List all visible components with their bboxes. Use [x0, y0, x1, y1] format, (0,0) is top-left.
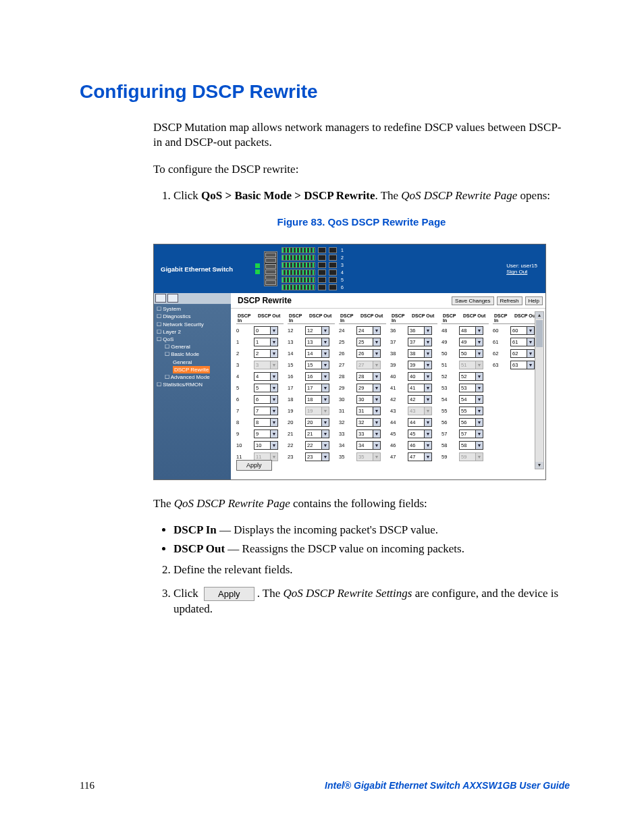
scroll-thumb[interactable] [536, 320, 543, 347]
dscp-out-select[interactable]: 34▼ [356, 441, 381, 450]
chevron-down-icon[interactable]: ▼ [527, 338, 534, 346]
refresh-button[interactable]: Refresh [497, 296, 522, 305]
chevron-down-icon[interactable]: ▼ [424, 384, 431, 392]
chevron-down-icon[interactable]: ▼ [475, 338, 483, 346]
chevron-down-icon[interactable]: ▼ [270, 396, 277, 403]
chevron-down-icon[interactable]: ▼ [424, 419, 431, 426]
dscp-out-select[interactable]: 55▼ [459, 407, 483, 415]
chevron-down-icon[interactable]: ▼ [321, 453, 329, 461]
dscp-out-select[interactable]: 28▼ [356, 372, 381, 381]
chevron-down-icon[interactable]: ▼ [424, 338, 431, 346]
help-button[interactable]: Help [525, 296, 543, 305]
chevron-down-icon[interactable]: ▼ [270, 338, 277, 346]
dscp-out-select[interactable]: 47▼ [408, 452, 432, 461]
dscp-out-select[interactable]: 17▼ [305, 384, 329, 392]
dscp-out-select[interactable]: 16▼ [305, 372, 329, 381]
chevron-down-icon[interactable]: ▼ [321, 419, 329, 426]
nav-diagnostics[interactable]: Diagnostics [157, 313, 228, 320]
nav-qos[interactable]: QoS [157, 336, 228, 343]
dscp-out-select[interactable]: 0▼ [254, 326, 278, 335]
chevron-down-icon[interactable]: ▼ [475, 373, 483, 380]
dscp-out-select[interactable]: 29▼ [356, 384, 381, 392]
dscp-out-select[interactable]: 61▼ [510, 338, 535, 346]
chevron-down-icon[interactable]: ▼ [270, 327, 277, 334]
chevron-down-icon[interactable]: ▼ [527, 350, 534, 357]
chevron-down-icon[interactable]: ▼ [475, 350, 483, 357]
chevron-down-icon[interactable]: ▼ [373, 350, 380, 357]
chevron-down-icon[interactable]: ▼ [373, 373, 380, 380]
chevron-down-icon[interactable]: ▼ [270, 430, 277, 438]
dscp-out-select[interactable]: 46▼ [408, 441, 432, 450]
dscp-out-select[interactable]: 37▼ [408, 338, 432, 346]
dscp-out-select[interactable]: 62▼ [510, 349, 535, 358]
dscp-out-select[interactable]: 22▼ [305, 441, 329, 450]
chevron-down-icon[interactable]: ▼ [321, 361, 329, 369]
dscp-out-select[interactable]: 25▼ [356, 338, 381, 346]
chevron-down-icon[interactable]: ▼ [475, 396, 483, 403]
dscp-out-select[interactable]: 1▼ [254, 338, 278, 346]
dscp-out-select[interactable]: 40▼ [408, 372, 432, 381]
dscp-out-select[interactable]: 54▼ [459, 395, 483, 404]
nav-basic-mode[interactable]: Basic Mode [157, 350, 228, 358]
chevron-down-icon[interactable]: ▼ [321, 442, 329, 449]
dscp-out-select[interactable]: 32▼ [356, 418, 381, 427]
chevron-down-icon[interactable]: ▼ [424, 327, 431, 334]
dscp-out-select[interactable]: 63▼ [510, 361, 535, 369]
dscp-out-select[interactable]: 39▼ [408, 361, 432, 369]
dscp-out-select[interactable]: 30▼ [356, 395, 381, 404]
dscp-out-select[interactable]: 24▼ [356, 326, 381, 335]
chevron-down-icon[interactable]: ▼ [475, 419, 483, 426]
chevron-down-icon[interactable]: ▼ [373, 442, 380, 449]
dscp-out-select[interactable]: 26▼ [356, 349, 381, 358]
chevron-down-icon[interactable]: ▼ [475, 407, 483, 415]
dscp-out-select[interactable]: 10▼ [254, 441, 278, 450]
chevron-down-icon[interactable]: ▼ [373, 430, 380, 438]
dscp-out-select[interactable]: 56▼ [459, 418, 483, 427]
dscp-out-select[interactable]: 36▼ [408, 326, 432, 335]
chevron-down-icon[interactable]: ▼ [321, 338, 329, 346]
chevron-down-icon[interactable]: ▼ [424, 430, 431, 438]
chevron-down-icon[interactable]: ▼ [424, 442, 431, 449]
save-changes-button[interactable]: Save Changes [452, 296, 493, 305]
sign-out-link[interactable]: Sign Out [506, 269, 537, 275]
dscp-out-select[interactable]: 23▼ [305, 452, 329, 461]
chevron-down-icon[interactable]: ▼ [270, 384, 277, 392]
chevron-down-icon[interactable]: ▼ [373, 338, 380, 346]
nav-qos-general[interactable]: General [157, 343, 228, 350]
dscp-out-select[interactable]: 2▼ [254, 349, 278, 358]
dscp-out-select[interactable]: 53▼ [459, 384, 483, 392]
vertical-scrollbar[interactable]: ▴ ▾ [535, 311, 544, 469]
dscp-out-select[interactable]: 60▼ [510, 326, 535, 335]
chevron-down-icon[interactable]: ▼ [527, 361, 534, 369]
nav-bm-general[interactable]: General [157, 359, 228, 366]
nav-statistics[interactable]: Statistics/RMON [157, 381, 228, 388]
apply-button[interactable]: Apply [236, 460, 272, 471]
nav-dscp-rewrite[interactable]: DSCP Rewrite [157, 366, 228, 373]
nav-layer2[interactable]: Layer 2 [157, 328, 228, 336]
chevron-down-icon[interactable]: ▼ [373, 327, 380, 334]
dscp-out-select[interactable]: 8▼ [254, 418, 278, 427]
chevron-down-icon[interactable]: ▼ [373, 407, 380, 415]
chevron-down-icon[interactable]: ▼ [527, 327, 534, 334]
chevron-down-icon[interactable]: ▼ [424, 373, 431, 380]
dscp-out-select[interactable]: 48▼ [459, 326, 483, 335]
dscp-out-select[interactable]: 12▼ [305, 326, 329, 335]
chevron-down-icon[interactable]: ▼ [321, 396, 329, 403]
chevron-down-icon[interactable]: ▼ [270, 442, 277, 449]
chevron-down-icon[interactable]: ▼ [270, 373, 277, 380]
dscp-out-select[interactable]: 13▼ [305, 338, 329, 346]
chevron-down-icon[interactable]: ▼ [270, 419, 277, 426]
chevron-down-icon[interactable]: ▼ [373, 396, 380, 403]
dscp-out-select[interactable]: 31▼ [356, 407, 381, 415]
chevron-down-icon[interactable]: ▼ [424, 453, 431, 461]
dscp-out-select[interactable]: 38▼ [408, 349, 432, 358]
dscp-out-select[interactable]: 4▼ [254, 372, 278, 381]
chevron-down-icon[interactable]: ▼ [321, 373, 329, 380]
dscp-out-select[interactable]: 57▼ [459, 429, 483, 438]
chevron-down-icon[interactable]: ▼ [475, 327, 483, 334]
dscp-out-select[interactable]: 6▼ [254, 395, 278, 404]
nav-system[interactable]: System [157, 305, 228, 313]
chevron-down-icon[interactable]: ▼ [321, 350, 329, 357]
chevron-down-icon[interactable]: ▼ [373, 419, 380, 426]
chevron-down-icon[interactable]: ▼ [475, 442, 483, 449]
